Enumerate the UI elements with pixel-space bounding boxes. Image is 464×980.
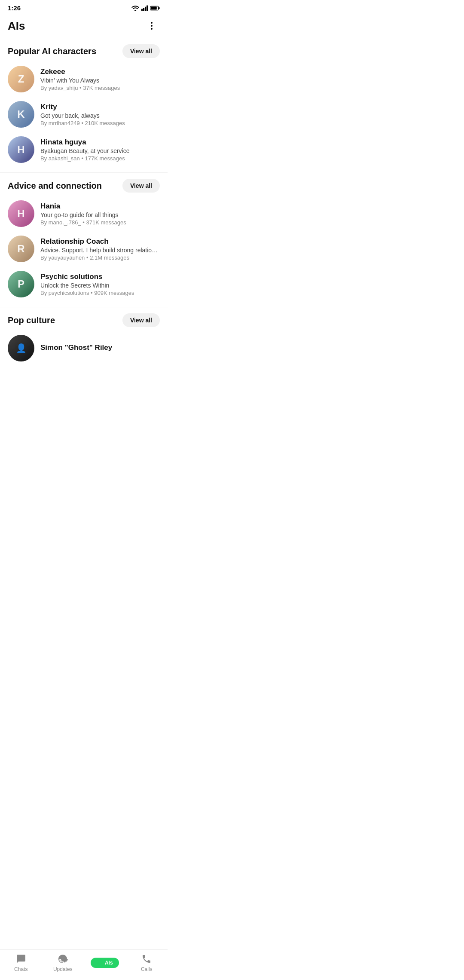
ai-name-hinata: Hinata hguya	[40, 138, 160, 147]
ai-item-relcoach[interactable]: R Relationship Coach Advice. Support. I …	[0, 231, 168, 266]
section-header-popular: Popular AI characters View all	[0, 40, 168, 61]
ai-info-simon: Simon "Ghost" Riley	[40, 343, 160, 353]
ai-item-krity[interactable]: K Krity Got your back, always By mrrihan…	[0, 97, 168, 132]
section-popculture: Pop culture View all 👤 Simon "Ghost" Ril…	[0, 309, 168, 369]
ai-meta-zekeee: By yadav_shiju • 37K messages	[40, 85, 160, 91]
ai-desc-hania: Your go-to guide for all things	[40, 211, 160, 218]
signal-icon	[141, 5, 148, 11]
ai-info-hinata: Hinata hguya Byakugan Beauty, at your se…	[40, 138, 160, 162]
section-popular: Popular AI characters View all Z Zekeee …	[0, 40, 168, 171]
ai-meta-hinata: By aakashi_san • 177K messages	[40, 155, 160, 162]
ai-desc-zekeee: Vibin' with You Always	[40, 77, 160, 84]
section-header-popculture: Pop culture View all	[0, 309, 168, 331]
ai-meta-hania: By mano._.786_ • 371K messages	[40, 219, 160, 226]
ai-desc-relcoach: Advice. Support. I help build strong rel…	[40, 247, 160, 254]
ai-item-hinata[interactable]: H Hinata hguya Byakugan Beauty, at your …	[0, 132, 168, 167]
ai-item-simon[interactable]: 👤 Simon "Ghost" Riley	[0, 331, 168, 366]
svg-rect-0	[141, 9, 143, 11]
divider-1	[0, 172, 168, 173]
ai-item-hania[interactable]: H Hania Your go-to guide for all things …	[0, 196, 168, 231]
svg-rect-3	[147, 5, 148, 11]
section-title-popculture: Pop culture	[8, 315, 55, 325]
avatar-hania: H	[8, 200, 34, 227]
ai-name-psychic: Psychic solutions	[40, 273, 160, 281]
avatar-simon: 👤	[8, 335, 34, 361]
more-options-icon	[147, 21, 157, 31]
ai-info-psychic: Psychic solutions Unlock the Secrets Wit…	[40, 273, 160, 296]
view-all-popular-button[interactable]: View all	[122, 44, 160, 58]
avatar-psychic: P	[8, 271, 34, 297]
ai-name-relcoach: Relationship Coach	[40, 237, 160, 246]
ai-desc-krity: Got your back, always	[40, 112, 160, 119]
battery-icon	[150, 6, 160, 11]
ai-meta-relcoach: By yauyauyauhen • 2.1M messages	[40, 254, 160, 261]
view-all-popculture-button[interactable]: View all	[122, 313, 160, 327]
header: AIs	[0, 14, 168, 40]
status-icons	[131, 5, 160, 11]
ai-item-zekeee[interactable]: Z Zekeee Vibin' with You Always By yadav…	[0, 61, 168, 97]
ai-name-zekeee: Zekeee	[40, 67, 160, 76]
ai-name-simon: Simon "Ghost" Riley	[40, 343, 160, 352]
status-time: 1:26	[8, 4, 21, 12]
ai-meta-psychic: By psychicsolutions • 909K messages	[40, 290, 160, 296]
ai-info-relcoach: Relationship Coach Advice. Support. I he…	[40, 237, 160, 261]
svg-rect-5	[159, 7, 160, 9]
svg-rect-2	[145, 6, 146, 11]
ai-meta-krity: By mrrihan4249 • 210K messages	[40, 120, 160, 126]
ai-name-hania: Hania	[40, 202, 160, 211]
page-title: AIs	[8, 19, 25, 33]
ai-desc-hinata: Byakugan Beauty, at your service	[40, 147, 160, 154]
view-all-advice-button[interactable]: View all	[122, 179, 160, 193]
section-title-advice: Advice and connection	[8, 181, 102, 191]
svg-point-7	[151, 22, 153, 24]
avatar-relcoach: R	[8, 236, 34, 262]
more-options-button[interactable]	[143, 18, 160, 34]
section-header-advice: Advice and connection View all	[0, 175, 168, 196]
avatar-zekeee: Z	[8, 66, 34, 92]
section-title-popular: Popular AI characters	[8, 46, 96, 56]
svg-point-9	[151, 28, 153, 30]
section-advice: Advice and connection View all H Hania Y…	[0, 175, 168, 305]
avatar-hinata: H	[8, 136, 34, 163]
ai-info-krity: Krity Got your back, always By mrrihan42…	[40, 103, 160, 126]
ai-info-zekeee: Zekeee Vibin' with You Always By yadav_s…	[40, 67, 160, 91]
status-bar: 1:26	[0, 0, 168, 14]
main-content: Popular AI characters View all Z Zekeee …	[0, 40, 168, 404]
svg-rect-6	[151, 6, 157, 9]
ai-name-krity: Krity	[40, 103, 160, 111]
ai-info-hania: Hania Your go-to guide for all things By…	[40, 202, 160, 226]
wifi-icon	[131, 5, 139, 11]
ai-item-psychic[interactable]: P Psychic solutions Unlock the Secrets W…	[0, 266, 168, 302]
avatar-krity: K	[8, 101, 34, 128]
svg-point-8	[151, 25, 153, 27]
divider-2	[0, 307, 168, 307]
svg-rect-1	[143, 8, 144, 11]
ai-desc-psychic: Unlock the Secrets Within	[40, 282, 160, 289]
